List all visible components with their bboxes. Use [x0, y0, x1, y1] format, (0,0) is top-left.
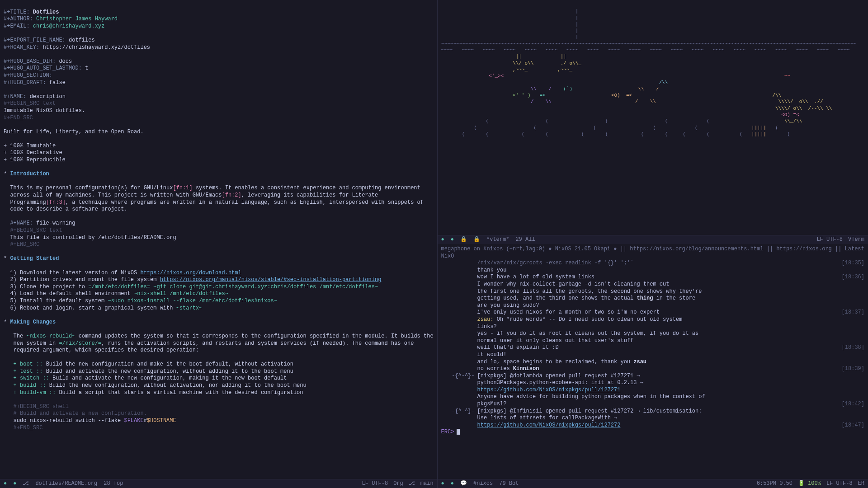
buffer-name[interactable]: #nixos: [473, 480, 493, 488]
irc-timestamp: [18:39]: [837, 366, 864, 373]
irc-line: python3Packages.python-ecobee-api: init …: [441, 380, 864, 387]
end-src: #+END_SRC: [4, 241, 39, 248]
irc-message: Use lists of attrsets for callPackageWit…: [477, 415, 864, 422]
step-text: 1) Download the latest version of NixOS: [4, 270, 140, 276]
op-key: + test ::: [4, 368, 46, 375]
changes-text: The: [4, 333, 26, 339]
dot-icon: ●: [441, 236, 444, 244]
irc-line: pkgsMusl?[18:42]: [441, 401, 864, 408]
major-mode[interactable]: Org: [393, 480, 403, 488]
meta-key: #+EMAIL:: [4, 23, 30, 29]
irc-nick: -{^-^}-: [441, 373, 477, 380]
irc-message: the first one lists all the gcroots, the…: [477, 288, 864, 296]
irc-indent: [441, 324, 477, 331]
heading-bullet: *: [4, 255, 7, 262]
meta-key: #+HUGO_SECTION:: [4, 72, 52, 79]
irc-line: links?: [441, 324, 864, 331]
buffer-name[interactable]: dotfiles/README.org: [35, 480, 97, 488]
branch-icon: ⎇: [409, 480, 415, 488]
block-name-value: file-warning: [36, 220, 75, 226]
irc-line: the first one lists all the gcroots, the…: [441, 288, 864, 296]
irc-link[interactable]: https://github.com/NixOS/nixpkgs/pull/12…: [477, 422, 621, 428]
path-code: =/mnt/etc/dotfiles=: [88, 284, 150, 290]
heading-started[interactable]: Getting Started: [10, 255, 59, 262]
op-desc: Build the new configuration and make it …: [46, 361, 293, 367]
editor-buffer[interactable]: #+TITLE: Dotfiles #+AUTHOR: Christopher …: [0, 0, 437, 479]
irc-message: [nixpkgs] @dotlambda opened pull request…: [477, 373, 864, 380]
heading-changes[interactable]: Making Changes: [10, 319, 56, 325]
meta-key: #+TITLE:: [4, 9, 30, 15]
download-link[interactable]: https://nixos.org/download.html: [140, 270, 241, 276]
manual-link[interactable]: https://nixos.org/manual/nixos/stable/#s…: [160, 277, 382, 283]
irc-link[interactable]: https://github.com/NixOS/nixpkgs/pull/12…: [477, 387, 621, 393]
irc-message: it would!: [477, 352, 864, 359]
shell-comment: # Build and activate a new configuration…: [4, 410, 147, 417]
irc-timestamp: [18:38]: [837, 344, 864, 352]
irc-line: wow I have a lot of old system links[18:…: [441, 274, 864, 281]
irc-nick: [441, 394, 477, 401]
major-mode[interactable]: VTerm: [848, 236, 864, 244]
modified-dot-icon: ●: [4, 480, 7, 488]
irc-nick: [441, 344, 477, 352]
email-value: chris@chrishayward.xyz: [33, 23, 104, 29]
roam-value: https://chrishayward.xyz/dotfiles: [42, 44, 150, 51]
begin-src: #+BEGIN_SRC text: [4, 100, 56, 107]
buffer-name[interactable]: *vterm*: [486, 236, 509, 244]
shell-cmd-body: sudo nixos-rebuild switch --flake: [4, 418, 124, 424]
irc-message: are you using sudo?: [477, 302, 864, 310]
vterm-buffer[interactable]: | | | | | ~~~~~~~~~~: [438, 0, 868, 235]
heading-intro[interactable]: Introduction: [10, 171, 49, 177]
irc-line: well that'd explain it :D[18:38]: [441, 344, 864, 352]
buffer-position: 28 Top: [104, 480, 123, 488]
feature-item: + 100% Immutable: [4, 143, 56, 149]
irc-message: links?: [477, 324, 864, 331]
op-key: + build-vm ::: [4, 389, 59, 396]
block-name-key: #+NAME:: [4, 220, 33, 226]
irc-message: pkgsMusl?: [477, 401, 837, 408]
hostname-var: $HOSTNAME: [147, 418, 176, 424]
title-value: Dotfiles: [33, 9, 59, 15]
irc-line: Anyone have advice for building python p…: [441, 394, 864, 401]
irc-line: no worries Kinnison[18:39]: [441, 366, 864, 373]
op-desc: Build and activate the new configuration…: [52, 375, 287, 381]
irc-nick: [441, 267, 477, 274]
cursor-icon: [457, 429, 460, 435]
footnote-ref[interactable]: [fn:2]: [222, 192, 241, 198]
startx-cmd: ~startx~: [176, 305, 203, 311]
install-cmd: ~sudo nixos-install --flake /mnt/etc/dot…: [108, 298, 277, 304]
op-desc: Build a script that starts a virtual mac…: [59, 389, 303, 396]
op-desc: Build the new configuration, without act…: [49, 382, 307, 389]
irc-nick: [441, 366, 477, 373]
irc-line: it would!: [441, 352, 864, 359]
footnote-ref[interactable]: [fn:1]: [173, 185, 192, 191]
author-value: Christopher James Hayward: [36, 16, 118, 22]
erc-input-line[interactable]: ERC>: [441, 429, 864, 436]
irc-line: and lo, space begins to be reclaimed, th…: [441, 359, 864, 366]
branch-name[interactable]: main: [420, 480, 434, 488]
irc-nick: [441, 288, 477, 296]
irc-line: thank you: [441, 267, 864, 274]
feature-item: + 100% Declarative: [4, 150, 62, 156]
irc-message: https://github.com/NixOS/nixpkgs/pull/12…: [477, 387, 864, 394]
encoding: LF UTF-8: [816, 236, 843, 244]
irc-line: I wonder why nix-collect-garbage -d isn'…: [441, 281, 864, 288]
major-mode[interactable]: ER: [858, 480, 864, 488]
irc-indent: [441, 338, 477, 345]
store-path: =/nix/store/=: [59, 340, 101, 347]
tagline: Built for Life, Liberty, and the Open Ro…: [4, 129, 144, 135]
irc-buffer[interactable]: megaphone on #nixos (+nrt,lag:0) ● NixOS…: [438, 244, 868, 479]
src-body: Immutable NixOS dotfiles.: [4, 108, 85, 114]
dot-icon: ●: [441, 480, 444, 488]
irc-message: python3Packages.python-ecobee-api: init …: [477, 380, 864, 387]
hugo-lastmod-value: t: [85, 65, 88, 71]
end-src: #+END_SRC: [4, 425, 42, 431]
irc-message: no worries Kinnison: [477, 366, 837, 373]
irc-sub: /nix/var/nix/gcroots -exec readlink -f '…: [477, 260, 634, 267]
meta-key: #+HUGO_AUTO_SET_LASTMOD:: [4, 65, 82, 71]
irc-indent: [441, 422, 477, 429]
footnote-ref[interactable]: [fn:3]: [46, 199, 66, 206]
hugo-base-value: docs: [59, 58, 72, 65]
meta-key: #+AUTHOR:: [4, 16, 33, 22]
block-name-key: #+NAME:: [4, 94, 26, 100]
irc-timestamp: [18:36]: [837, 274, 864, 281]
